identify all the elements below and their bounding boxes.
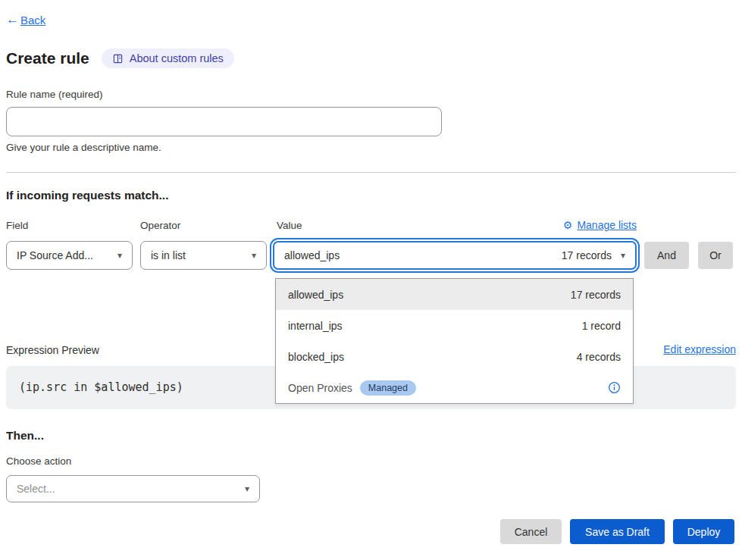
or-button[interactable]: Or [698, 242, 733, 269]
expression-code: (ip.src in $allowed_ips) [19, 366, 183, 409]
manage-lists-label: Manage lists [577, 219, 637, 231]
value-select-value: allowed_ips [284, 249, 340, 261]
value-select-meta: 17 records [562, 249, 612, 261]
edit-expression-link[interactable]: Edit expression [663, 343, 736, 355]
then-section-heading: Then... [6, 429, 44, 443]
field-select[interactable]: IP Source Add... ▾ [6, 241, 133, 270]
list-name: Open Proxies [288, 382, 352, 394]
list-name: blocked_ips [288, 351, 344, 363]
choose-action-label: Choose action [6, 455, 71, 467]
value-select[interactable]: allowed_ips 17 records ▾ [273, 241, 637, 270]
back-link[interactable]: ←Back [6, 12, 45, 27]
rule-name-input[interactable] [6, 107, 442, 136]
save-as-draft-button[interactable]: Save as Draft [570, 519, 665, 544]
list-name: internal_ips [288, 320, 343, 332]
manage-lists-link[interactable]: ⚙ Manage lists [563, 219, 637, 231]
section-divider [6, 172, 736, 173]
title-row: Create rule About custom rules [6, 48, 234, 68]
back-arrow-icon: ← [6, 12, 19, 27]
cancel-button[interactable]: Cancel [500, 519, 562, 544]
field-label: Field [6, 220, 28, 231]
list-name: allowed_ips [288, 289, 343, 301]
create-rule-page: ←Back Create rule About custom rules Rul… [0, 0, 742, 560]
list-record-count: 4 records [577, 351, 621, 363]
about-custom-rules-link[interactable]: About custom rules [102, 48, 234, 68]
field-select-value: IP Source Add... [17, 249, 93, 261]
deploy-button[interactable]: Deploy [673, 519, 734, 544]
dropdown-item-open-proxies[interactable]: Open Proxies Managed [276, 372, 633, 403]
list-record-count: 17 records [571, 289, 621, 301]
page-title: Create rule [6, 49, 89, 67]
and-button[interactable]: And [644, 242, 689, 269]
chevron-down-icon: ▾ [252, 250, 256, 261]
info-icon[interactable] [608, 381, 621, 394]
list-record-count: 1 record [582, 320, 621, 332]
chevron-down-icon: ▾ [245, 483, 249, 494]
match-section-heading: If incoming requests match... [6, 189, 168, 202]
back-label: Back [20, 14, 45, 27]
dropdown-item-allowed-ips[interactable]: allowed_ips 17 records [276, 279, 633, 310]
dropdown-item-blocked-ips[interactable]: blocked_ips 4 records [276, 341, 633, 372]
operator-select-value: is in list [151, 249, 186, 261]
chevron-down-icon: ▾ [117, 250, 122, 261]
action-select[interactable]: Select... ▾ [6, 475, 260, 502]
chevron-down-icon: ▾ [621, 250, 625, 261]
value-dropdown-menu: allowed_ips 17 records internal_ips 1 re… [275, 278, 634, 404]
dropdown-item-internal-ips[interactable]: internal_ips 1 record [276, 310, 633, 341]
gear-icon: ⚙ [563, 219, 573, 231]
value-label: Value [277, 220, 302, 231]
about-custom-rules-label: About custom rules [130, 52, 224, 64]
book-icon [112, 53, 124, 64]
rule-name-help: Give your rule a descriptive name. [6, 142, 161, 153]
managed-badge: Managed [360, 380, 416, 396]
expression-preview-label: Expression Preview [6, 344, 99, 356]
action-select-placeholder: Select... [17, 483, 55, 495]
rule-name-label: Rule name (required) [6, 89, 103, 100]
operator-select[interactable]: is in list ▾ [140, 241, 267, 270]
operator-label: Operator [140, 220, 180, 231]
